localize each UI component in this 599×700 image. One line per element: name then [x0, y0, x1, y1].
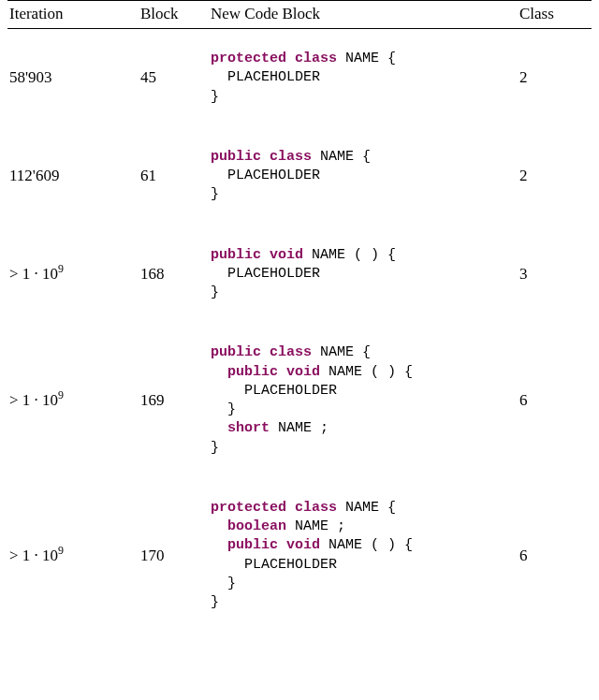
- cell-code: public class NAME { PLACEHOLDER }: [211, 148, 519, 205]
- cell-class: 6: [519, 547, 590, 565]
- cell-block: 61: [140, 167, 211, 185]
- cell-block: 170: [140, 547, 211, 565]
- cell-iteration: > 1 · 109: [7, 547, 140, 565]
- code-keyword: boolean: [227, 518, 286, 534]
- code-keyword: class: [270, 149, 312, 165]
- col-header-code: New Code Block: [211, 5, 519, 23]
- code-keyword: public: [227, 364, 278, 380]
- code-keyword: class: [270, 344, 312, 360]
- code-keyword: void: [270, 247, 303, 263]
- cell-block: 168: [140, 265, 211, 284]
- table-header: Iteration Block New Code Block Class: [7, 1, 592, 28]
- cell-iteration: > 1 · 109: [7, 391, 140, 410]
- cell-code: public class NAME { public void NAME ( )…: [211, 343, 519, 458]
- cell-iteration: 112'609: [7, 167, 140, 185]
- exponent: 9: [58, 388, 64, 401]
- code-keyword: class: [295, 51, 337, 66]
- col-header-block: Block: [140, 5, 211, 23]
- cell-class: 2: [519, 68, 590, 87]
- cell-iteration: > 1 · 109: [7, 265, 140, 284]
- cell-block: 45: [140, 68, 211, 87]
- cell-code: public void NAME ( ) { PLACEHOLDER }: [211, 246, 519, 303]
- cell-class: 3: [519, 265, 590, 284]
- table-row: 112'60961public class NAME { PLACEHOLDER…: [7, 127, 592, 226]
- cell-class: 6: [519, 391, 590, 410]
- grammar-table: Iteration Block New Code Block Class 58'…: [7, 0, 592, 633]
- cell-iteration: 58'903: [7, 68, 140, 87]
- table-row: 58'90345protected class NAME { PLACEHOLD…: [7, 29, 592, 127]
- code-block: public void NAME ( ) { PLACEHOLDER }: [211, 246, 519, 303]
- table-row: > 1 · 109168public void NAME ( ) { PLACE…: [7, 226, 592, 324]
- exponent: 9: [58, 262, 64, 275]
- exponent: 9: [58, 544, 64, 557]
- code-keyword: protected: [211, 51, 286, 66]
- table-row: > 1 · 109169public class NAME { public v…: [7, 323, 592, 478]
- code-keyword: class: [295, 500, 337, 516]
- code-block: public class NAME { PLACEHOLDER }: [211, 148, 519, 205]
- code-keyword: public: [211, 149, 261, 165]
- code-keyword: public: [211, 344, 261, 360]
- table-row: > 1 · 109170protected class NAME { boole…: [7, 478, 592, 634]
- code-keyword: short: [227, 420, 270, 436]
- cell-code: protected class NAME { PLACEHOLDER }: [211, 50, 519, 107]
- cell-class: 2: [519, 167, 590, 185]
- col-header-class: Class: [519, 5, 590, 23]
- code-keyword: protected: [211, 500, 286, 516]
- code-keyword: public: [227, 537, 278, 553]
- code-keyword: void: [286, 537, 320, 553]
- cell-code: protected class NAME { boolean NAME ; pu…: [211, 499, 519, 613]
- table-body: 58'90345protected class NAME { PLACEHOLD…: [7, 29, 592, 633]
- col-header-iteration: Iteration: [7, 5, 140, 23]
- cell-block: 169: [140, 391, 211, 410]
- code-block: protected class NAME { boolean NAME ; pu…: [211, 499, 519, 613]
- code-keyword: void: [286, 364, 320, 380]
- code-block: public class NAME { public void NAME ( )…: [211, 343, 519, 458]
- code-keyword: public: [211, 247, 261, 263]
- code-block: protected class NAME { PLACEHOLDER }: [211, 50, 519, 107]
